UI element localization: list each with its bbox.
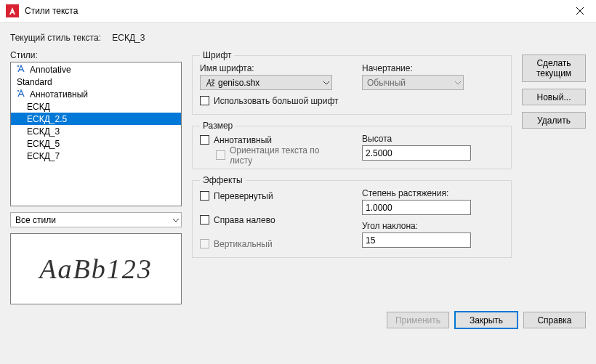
set-current-button[interactable]: Сделать текущим xyxy=(522,54,586,82)
height-input[interactable]: 2.5000 xyxy=(362,145,471,161)
font-group-legend: Шрифт xyxy=(200,50,234,60)
style-list-item-label: ЕСКД_2.5 xyxy=(27,114,67,124)
width-factor-input[interactable]: 1.0000 xyxy=(362,200,471,215)
effects-group-legend: Эффекты xyxy=(200,175,246,185)
chevron-down-icon xyxy=(323,78,329,88)
checkbox-box-icon xyxy=(200,215,209,225)
delete-button[interactable]: Удалить xyxy=(522,112,586,129)
oblique-input[interactable]: 15 xyxy=(362,232,471,248)
style-list-item-label: ЕСКД_3 xyxy=(27,126,60,137)
current-style-row: Текущий стиль текста: ЕСКД_3 xyxy=(10,28,586,50)
style-list-item-label: Annotative xyxy=(30,65,71,75)
styles-label: Стили: xyxy=(10,50,182,60)
style-list-item-label: ЕСКД xyxy=(27,102,50,112)
backwards-label: Справа налево xyxy=(214,215,275,225)
svg-rect-0 xyxy=(6,4,19,17)
oblique-value: 15 xyxy=(366,235,375,246)
titlebar: Стили текста xyxy=(0,0,596,23)
font-style-label: Начертание: xyxy=(362,63,504,73)
help-label: Справка xyxy=(537,315,571,325)
width-factor-value: 1.0000 xyxy=(366,203,392,213)
checkbox-box-icon xyxy=(200,135,209,145)
checkbox-box-icon xyxy=(200,239,209,248)
bigfont-label: Использовать большой шрифт xyxy=(214,96,339,106)
delete-label: Удалить xyxy=(537,116,571,126)
style-list-item[interactable]: ЕСКД xyxy=(11,100,181,113)
new-label: Новый... xyxy=(536,92,571,102)
font-group: Шрифт Имя шрифта: geniso.shx Нач xyxy=(192,50,512,115)
apply-label: Применить xyxy=(395,315,440,325)
vertical-label: Вертикальный xyxy=(214,239,273,249)
style-list-item[interactable]: ЕСКД_7 xyxy=(11,150,181,162)
orient-checkbox: Ориентация текста по листу xyxy=(216,149,342,161)
app-icon xyxy=(6,4,19,17)
chevron-down-icon xyxy=(455,78,461,88)
close-button[interactable] xyxy=(563,0,596,23)
upside-checkbox[interactable]: Перевернутый xyxy=(200,190,342,202)
style-list-item-label: ЕСКД_7 xyxy=(27,151,60,161)
font-preview: AaBb123 xyxy=(10,233,182,304)
style-list-item[interactable]: Annotative xyxy=(11,63,181,76)
bigfont-checkbox[interactable]: Использовать большой шрифт xyxy=(200,94,504,107)
preview-text: AaBb123 xyxy=(39,253,152,285)
size-group-legend: Размер xyxy=(200,121,235,131)
current-style-value: ЕСКД_3 xyxy=(112,33,145,43)
style-list-item-label: Аннотативный xyxy=(30,89,88,100)
style-list-item[interactable]: ЕСКД_2.5 xyxy=(11,113,181,125)
height-value: 2.5000 xyxy=(366,148,392,158)
style-list-item[interactable]: Аннотативный xyxy=(11,88,181,100)
apply-button[interactable]: Применить xyxy=(387,312,449,328)
effects-group: Эффекты Перевернутый Справа налево xyxy=(192,175,512,258)
font-name-combo[interactable]: geniso.shx xyxy=(200,75,332,90)
help-button[interactable]: Справка xyxy=(523,312,586,328)
font-style-value: Обычный xyxy=(367,78,406,88)
font-name-value: geniso.shx xyxy=(218,78,259,88)
styles-filter-value: Все стили xyxy=(15,215,56,225)
style-list-item[interactable]: Standard xyxy=(11,76,181,88)
styles-listbox[interactable]: AnnotativeStandardАннотативныйЕСКДЕСКД_2… xyxy=(10,62,182,206)
style-list-item-label: Standard xyxy=(17,77,52,87)
width-factor-label: Степень растяжения: xyxy=(362,188,504,198)
annotative-checkbox[interactable]: Аннотативный xyxy=(200,134,342,146)
checkbox-box-icon xyxy=(200,191,209,201)
height-label: Высота xyxy=(362,134,504,144)
font-style-combo: Обычный xyxy=(362,75,464,90)
annotative-icon xyxy=(17,89,25,100)
style-list-item[interactable]: ЕСКД_3 xyxy=(11,125,181,137)
orient-label: Ориентация текста по листу xyxy=(230,145,331,166)
styles-filter-combo[interactable]: Все стили xyxy=(10,212,182,227)
close-icon xyxy=(576,7,584,15)
checkbox-box-icon xyxy=(200,96,209,105)
set-current-label: Сделать текущим xyxy=(525,58,582,79)
new-button[interactable]: Новый... xyxy=(522,89,586,105)
annotative-label: Аннотативный xyxy=(214,135,272,145)
size-group: Размер Аннотативный Ориентация текста по… xyxy=(192,121,512,169)
backwards-checkbox[interactable]: Справа налево xyxy=(200,214,342,226)
window-title: Стили текста xyxy=(25,6,563,16)
font-name-label: Имя шрифта: xyxy=(200,63,342,73)
style-list-item-label: ЕСКД_5 xyxy=(27,139,60,149)
chevron-down-icon xyxy=(173,215,179,225)
shx-font-icon xyxy=(205,78,215,88)
current-style-label: Текущий стиль текста: xyxy=(10,33,101,43)
close-label: Закрыть xyxy=(470,315,503,325)
checkbox-box-icon xyxy=(216,150,225,160)
upside-label: Перевернутый xyxy=(214,191,273,201)
style-list-item[interactable]: ЕСКД_5 xyxy=(11,137,181,150)
oblique-label: Угол наклона: xyxy=(362,221,504,231)
vertical-checkbox: Вертикальный xyxy=(200,238,342,250)
annotative-icon xyxy=(17,64,25,75)
close-dialog-button[interactable]: Закрыть xyxy=(455,312,518,328)
